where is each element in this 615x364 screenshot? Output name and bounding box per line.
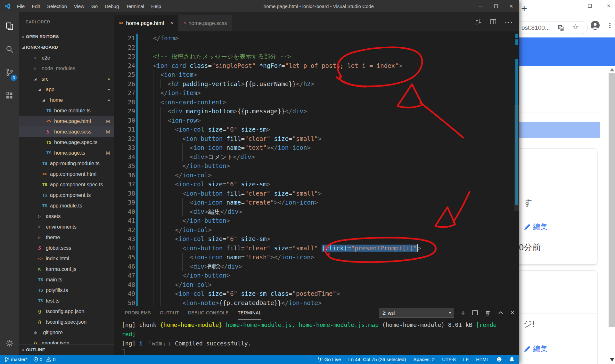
browser-minimize-icon[interactable] bbox=[569, 6, 573, 6]
app-edit-button[interactable]: 編集 bbox=[523, 222, 548, 232]
encoding-status[interactable]: UTF-8 bbox=[442, 357, 456, 362]
maximize-panel-icon[interactable] bbox=[497, 310, 504, 316]
feedback-smiley-icon[interactable] bbox=[496, 357, 502, 362]
indentation-status[interactable]: Spaces: 2 bbox=[413, 357, 435, 362]
tree-item-app[interactable]: ◢app● bbox=[19, 84, 114, 95]
split-terminal-icon[interactable] bbox=[472, 310, 478, 316]
tree-item-.gitignore[interactable]: ◈.gitignore bbox=[19, 327, 114, 338]
tree-item-assets[interactable]: ▷assets bbox=[19, 211, 114, 222]
menu-debug[interactable]: Debug bbox=[101, 4, 122, 9]
scrollbar-up-arrow[interactable] bbox=[610, 68, 614, 71]
maximize-button[interactable] bbox=[488, 0, 504, 12]
notifications-bell-icon[interactable] bbox=[509, 357, 514, 362]
file-name: home.module.ts bbox=[54, 108, 91, 114]
eol-status[interactable]: LF bbox=[463, 357, 469, 362]
tree-item-home.module.ts[interactable]: TShome.module.ts bbox=[19, 105, 114, 116]
browser-address-bar[interactable]: ost:8100... ☆ bbox=[511, 21, 588, 34]
editor-scrollbar[interactable] bbox=[514, 31, 519, 306]
git-modified-gutter bbox=[136, 52, 138, 61]
line-number: 46 bbox=[114, 262, 135, 271]
tab-home-page-scss[interactable]: S home.page.scss bbox=[178, 15, 232, 31]
browser-maximize-icon[interactable] bbox=[588, 4, 592, 8]
tree-item-app-routing.module.ts[interactable]: TSapp-routing.module.ts bbox=[19, 158, 114, 169]
tree-item-tsconfig.spec.json[interactable]: {}tsconfig.spec.json bbox=[19, 317, 114, 327]
panel-tab-problems[interactable]: PROBLEMS bbox=[125, 306, 151, 320]
menu-edit[interactable]: Edit bbox=[28, 4, 44, 9]
settings-gear-icon[interactable] bbox=[0, 332, 19, 355]
git-modified-gutter bbox=[136, 225, 138, 235]
tree-item-polyfills.ts[interactable]: TSpolyfills.ts bbox=[19, 285, 114, 295]
menu-file[interactable]: File bbox=[13, 4, 28, 9]
go-live-button[interactable]: Go Live bbox=[318, 357, 341, 362]
cursor-position-status[interactable]: Ln 44, Col 75 (26 selected) bbox=[348, 357, 406, 362]
menu-terminal[interactable]: Terminal bbox=[122, 4, 148, 9]
more-actions-icon[interactable]: ··· bbox=[504, 19, 513, 25]
tree-item-environments[interactable]: ▷environments bbox=[19, 222, 114, 232]
split-editor-icon[interactable] bbox=[490, 18, 497, 25]
tree-item-home.page.spec.ts[interactable]: TShome.page.spec.ts bbox=[19, 137, 114, 148]
tree-item-global.scss[interactable]: Sglobal.scss bbox=[19, 243, 114, 253]
menu-view[interactable]: View bbox=[70, 4, 88, 9]
tree-item-home.page.html[interactable]: <>home.page.htmlM bbox=[19, 116, 114, 126]
outline-header[interactable]: ▷ OUTLINE bbox=[19, 344, 114, 355]
tree-item-home.page.ts[interactable]: TShome.page.tsM bbox=[19, 148, 114, 158]
tree-item-node_modules[interactable]: ▷node_modules bbox=[19, 63, 114, 74]
kill-terminal-trash-icon[interactable] bbox=[485, 310, 491, 316]
menu-selection[interactable]: Selection bbox=[44, 4, 70, 9]
menu-go[interactable]: Go bbox=[88, 4, 101, 9]
tree-item-app.module.ts[interactable]: TSapp.module.ts bbox=[19, 200, 114, 211]
tree-item-e2e[interactable]: ▷e2e bbox=[19, 53, 114, 63]
scrollbar-down-arrow[interactable] bbox=[610, 358, 614, 361]
app-edit-button[interactable]: 編集 bbox=[523, 344, 548, 354]
git-modified-badge: M bbox=[106, 129, 114, 134]
source-control-icon[interactable]: 3 bbox=[0, 61, 19, 84]
open-changes-icon[interactable] bbox=[475, 18, 482, 25]
terminal-line: [ng] i 「wdm」: Compiled successfully. bbox=[122, 339, 519, 348]
close-button[interactable]: × bbox=[504, 0, 519, 12]
menu-help[interactable]: Help bbox=[148, 4, 165, 9]
browser-new-tab-button[interactable]: + bbox=[521, 3, 527, 14]
git-branch-status[interactable]: master* bbox=[4, 357, 28, 362]
tree-item-home.page.scss[interactable]: Shome.page.scssM bbox=[19, 126, 114, 137]
problems-status[interactable]: 0 0 bbox=[33, 357, 56, 362]
language-mode-status[interactable]: HTML bbox=[476, 357, 489, 362]
tree-item-src[interactable]: ◢src● bbox=[19, 74, 114, 84]
browser-scrollbar[interactable] bbox=[609, 73, 615, 327]
bookmark-star-icon[interactable]: ☆ bbox=[572, 23, 579, 31]
panel-tab-debug-console[interactable]: DEBUG CONSOLE bbox=[188, 306, 229, 320]
html-file-icon: <> bbox=[119, 21, 123, 25]
tree-item-test.ts[interactable]: TStest.ts bbox=[19, 295, 114, 306]
translate-icon[interactable] bbox=[557, 24, 564, 33]
tree-item-karma.conf.js[interactable]: Kkarma.conf.js bbox=[19, 264, 114, 274]
panel-tab-terminal[interactable]: TERMINAL bbox=[238, 306, 261, 320]
minimize-button[interactable] bbox=[473, 0, 488, 12]
explorer-icon[interactable] bbox=[0, 15, 19, 38]
git-modified-gutter bbox=[136, 34, 138, 43]
tree-item-index.html[interactable]: <>index.html bbox=[19, 253, 114, 264]
tree-item-tsconfig.app.json[interactable]: {}tsconfig.app.json bbox=[19, 306, 114, 317]
tree-item-app.component.spec.ts[interactable]: TSapp.component.spec.ts bbox=[19, 179, 114, 190]
open-editors-header[interactable]: ▷ OPEN EDITORS bbox=[19, 31, 114, 42]
close-panel-icon[interactable]: × bbox=[510, 310, 514, 316]
panel-tab-output[interactable]: OUTPUT bbox=[160, 306, 179, 320]
app-post-button[interactable] bbox=[519, 122, 600, 138]
tree-item-app.component.ts[interactable]: TSapp.component.ts bbox=[19, 190, 114, 200]
new-terminal-icon[interactable]: + bbox=[461, 310, 465, 316]
ts-file-icon: TS bbox=[46, 109, 54, 113]
search-icon[interactable] bbox=[0, 38, 19, 61]
tree-item-main.ts[interactable]: TSmain.ts bbox=[19, 274, 114, 285]
tree-item-app.component.html[interactable]: <>app.component.html bbox=[19, 169, 114, 179]
tab-close-icon[interactable]: × bbox=[170, 20, 173, 26]
tree-item-home[interactable]: ◢home● bbox=[19, 95, 114, 105]
browser-close-icon[interactable]: × bbox=[607, 4, 611, 8]
tree-item-theme[interactable]: ▷theme bbox=[19, 232, 114, 243]
tab-home-page-html[interactable]: <> home.page.html × bbox=[114, 15, 178, 31]
code-editor[interactable]: 21 </form>2223 <!-- 投稿されたメッセージを表示する部分 --… bbox=[114, 31, 519, 306]
browser-menu-icon[interactable] bbox=[607, 21, 613, 30]
browser-profile-icon[interactable] bbox=[591, 21, 600, 30]
extensions-icon[interactable] bbox=[0, 84, 19, 107]
project-root-header[interactable]: ◢ IONIC4-BOARD bbox=[19, 42, 114, 53]
terminal-instance-select[interactable]: 2: wsl ▼ bbox=[379, 308, 454, 318]
editor-tab-bar: <> home.page.html × S home.page.scss bbox=[114, 12, 519, 31]
terminal-output[interactable]: [ng] chunk {home-home-module} home-home-… bbox=[114, 320, 519, 357]
